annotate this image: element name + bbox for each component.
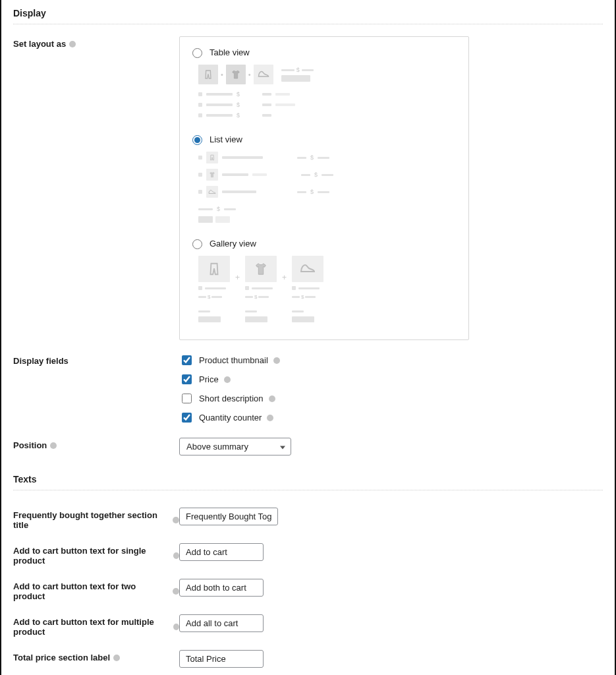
row-position: Position Above summary — [13, 438, 603, 455]
position-select-wrap: Above summary — [179, 438, 291, 455]
check-item-qty: Quantity counter — [179, 411, 603, 425]
radio-list-view[interactable] — [192, 135, 202, 145]
label-position-text: Position — [13, 440, 47, 450]
info-icon[interactable] — [69, 41, 76, 47]
checkbox-price[interactable] — [182, 374, 192, 384]
info-icon[interactable] — [267, 415, 273, 421]
checkbox-qty-label[interactable]: Quantity counter — [199, 413, 262, 423]
label-section-title: Frequently bought together section title — [13, 508, 179, 530]
shirt-icon — [209, 171, 215, 178]
section-heading-display: Display — [13, 8, 603, 18]
preview-gallery: $ + — [198, 256, 459, 322]
info-icon[interactable] — [173, 552, 179, 559]
check-item-shortdesc: Short description — [179, 392, 603, 405]
pants-icon — [207, 262, 221, 276]
row-btn-two: Add to cart button text for two product — [13, 579, 603, 601]
label-total-text: Total price section label — [13, 653, 110, 662]
shoe-icon — [208, 189, 216, 195]
row-btn-single: Add to cart button text for single produ… — [13, 543, 603, 566]
label-btn-two-text: Add to cart button text for two product — [13, 581, 169, 601]
info-icon[interactable] — [173, 588, 179, 595]
radio-gallery-label[interactable]: Gallery view — [210, 239, 256, 249]
checkbox-thumbnail[interactable] — [182, 355, 192, 365]
label-section-title-text: Frequently bought together section title — [13, 510, 169, 530]
label-position: Position — [13, 438, 179, 450]
preview-table: • • $ — [198, 65, 459, 119]
radio-gallery-view[interactable] — [192, 239, 202, 249]
pants-icon — [203, 69, 213, 80]
preview-list: $ $ — [198, 152, 459, 223]
section-heading-texts: Texts — [13, 474, 603, 484]
input-total-label[interactable] — [179, 650, 264, 668]
label-display-fields-text: Display fields — [13, 356, 69, 366]
label-btn-multiple-text: Add to cart button text for multiple pro… — [13, 617, 170, 637]
row-total-label: Total price section label — [13, 650, 603, 668]
checkbox-thumbnail-label[interactable]: Product thumbnail — [199, 355, 268, 365]
row-btn-multiple: Add to cart button text for multiple pro… — [13, 614, 603, 637]
label-display-fields: Display fields — [13, 353, 179, 366]
label-btn-single-text: Add to cart button text for single produ… — [13, 546, 170, 566]
info-icon[interactable] — [224, 376, 231, 383]
position-select[interactable]: Above summary — [179, 438, 291, 455]
shoe-icon — [258, 70, 269, 79]
layout-options-card: Table view • • — [179, 36, 469, 340]
info-icon[interactable] — [173, 624, 179, 630]
radio-row-list: List view — [189, 133, 459, 145]
label-btn-multiple: Add to cart button text for multiple pro… — [13, 614, 179, 637]
check-item-price: Price — [179, 372, 603, 386]
info-icon[interactable] — [173, 517, 179, 523]
checkbox-shortdesc-label[interactable]: Short description — [199, 394, 264, 403]
radio-row-gallery: Gallery view — [189, 237, 459, 249]
info-icon[interactable] — [113, 655, 120, 661]
row-layout: Set layout as Table view • — [13, 36, 603, 340]
divider — [13, 24, 603, 24]
input-section-title[interactable] — [179, 508, 278, 525]
row-section-title: Frequently bought together section title — [13, 508, 603, 530]
divider — [13, 490, 603, 490]
check-item-thumbnail: Product thumbnail — [179, 353, 603, 367]
shirt-icon — [231, 69, 241, 80]
label-total: Total price section label — [13, 650, 179, 662]
shoe-icon — [300, 264, 316, 274]
input-btn-single[interactable] — [179, 543, 264, 561]
label-btn-two: Add to cart button text for two product — [13, 579, 179, 601]
checkbox-qty[interactable] — [182, 413, 192, 423]
label-layout-text: Set layout as — [13, 39, 66, 49]
label-layout: Set layout as — [13, 36, 179, 49]
info-icon[interactable] — [273, 357, 280, 364]
input-btn-multiple[interactable] — [179, 614, 264, 632]
pants-icon — [209, 154, 215, 161]
radio-table-view[interactable] — [192, 48, 202, 58]
radio-list-label[interactable]: List view — [210, 134, 242, 144]
row-display-fields: Display fields Product thumbnail Price S… — [13, 353, 603, 425]
shirt-icon — [254, 262, 268, 276]
checkbox-price-label[interactable]: Price — [199, 374, 219, 384]
info-icon[interactable] — [269, 396, 275, 402]
label-btn-single: Add to cart button text for single produ… — [13, 543, 179, 566]
checkbox-shortdesc[interactable] — [182, 394, 192, 403]
radio-row-table: Table view — [189, 46, 459, 58]
check-list: Product thumbnail Price Short descriptio… — [179, 353, 603, 425]
info-icon[interactable] — [50, 442, 57, 449]
radio-table-label[interactable]: Table view — [210, 47, 250, 57]
input-btn-two[interactable] — [179, 579, 264, 597]
